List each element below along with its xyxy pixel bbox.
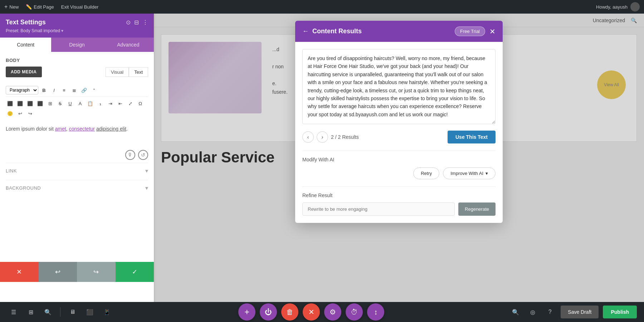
layers-icon[interactable]: ◎ bbox=[526, 306, 539, 318]
emoji-button[interactable]: 🙂 bbox=[6, 109, 14, 118]
redo-button[interactable]: ↪ bbox=[26, 109, 34, 118]
tab-content[interactable]: Content bbox=[0, 38, 51, 52]
modify-actions: Retry Improve With AI ▾ bbox=[302, 167, 496, 179]
add-media-button[interactable]: ADD MEDIA bbox=[6, 67, 42, 77]
delete-button[interactable]: 🗑 bbox=[281, 303, 298, 321]
editor-content[interactable]: Lorem ipsum dolor sit amet, consectetur … bbox=[6, 120, 148, 148]
mobile-icon[interactable]: 📱 bbox=[101, 306, 113, 318]
align-right-button[interactable]: ⬛ bbox=[26, 99, 34, 108]
save-action-button[interactable]: ✓ bbox=[116, 262, 154, 282]
avatar bbox=[630, 2, 640, 11]
fullscreen-button[interactable]: ⤢ bbox=[126, 99, 135, 108]
modify-section: Modify With AI Retry Improve With AI ▾ bbox=[302, 151, 496, 179]
sidebar-preset: Preset: Body Small imported ▾ bbox=[6, 28, 148, 33]
align-left-button[interactable]: ⬛ bbox=[6, 99, 14, 108]
add-module-button[interactable]: + bbox=[238, 303, 255, 321]
undo-action-button[interactable]: ↩ bbox=[39, 262, 77, 282]
ul-button[interactable]: ≡ bbox=[60, 86, 68, 94]
redo-action-button[interactable]: ↪ bbox=[77, 262, 116, 282]
quote-button[interactable]: " bbox=[90, 86, 98, 94]
modal-overlay: ← Content Results Free Trial ✕ Are you t… bbox=[154, 14, 644, 302]
save-draft-button[interactable]: Save Draft bbox=[561, 306, 599, 318]
improve-button[interactable]: Improve With AI ▾ bbox=[443, 167, 496, 179]
indent-button[interactable]: ⇥ bbox=[106, 99, 114, 108]
color-button[interactable]: A bbox=[76, 99, 84, 108]
target-icon[interactable]: ⊙ bbox=[126, 19, 131, 26]
result-textarea[interactable]: Are you tired of disappointing haircuts?… bbox=[302, 49, 496, 124]
refine-input[interactable] bbox=[302, 203, 455, 216]
divider-1 bbox=[60, 307, 60, 317]
ol-button[interactable]: ≣ bbox=[70, 86, 78, 94]
underline-button[interactable]: U bbox=[66, 99, 74, 108]
results-count: 2 / 2 Results bbox=[331, 134, 359, 140]
link-button[interactable]: 🔗 bbox=[80, 86, 88, 94]
sidebar-tabs: Content Design Advanced bbox=[0, 38, 154, 52]
table-button[interactable]: ⊞ bbox=[46, 99, 54, 108]
right-controls: 🔍 ◎ ? Save Draft Publish bbox=[509, 306, 637, 318]
new-button[interactable]: + New bbox=[4, 4, 19, 10]
modal-header-right: Free Trial ✕ bbox=[455, 26, 496, 36]
free-trial-badge[interactable]: Free Trial bbox=[455, 26, 485, 36]
wireframe-icon[interactable]: ⊞ bbox=[24, 306, 37, 318]
prev-result-button[interactable]: ‹ bbox=[302, 131, 314, 143]
tab-design[interactable]: Design bbox=[51, 38, 102, 52]
back-arrow-icon[interactable]: ← bbox=[302, 28, 309, 35]
sidebar-header: Text Settings ⊙ ⊟ ⋮ Preset: Body Small i… bbox=[0, 14, 154, 38]
outdent-button[interactable]: ⇤ bbox=[116, 99, 125, 108]
italic-button[interactable]: I bbox=[50, 86, 58, 94]
modify-label: Modify With AI bbox=[302, 157, 496, 162]
search-bottom-icon[interactable]: 🔍 bbox=[42, 306, 54, 318]
align-center-button[interactable]: ⬛ bbox=[16, 99, 24, 108]
stats-button[interactable]: ↕ bbox=[367, 303, 384, 321]
toolbar-row-1: Paragraph B I ≡ ≣ 🔗 " bbox=[6, 84, 148, 97]
text-tab[interactable]: Text bbox=[129, 67, 148, 77]
search-right-icon[interactable]: 🔍 bbox=[509, 306, 522, 318]
tab-advanced[interactable]: Advanced bbox=[103, 38, 154, 52]
tablet-icon[interactable]: ⬛ bbox=[83, 306, 96, 318]
link-chevron-icon[interactable]: ▾ bbox=[145, 167, 148, 174]
link-label: Link bbox=[6, 168, 17, 174]
publish-button[interactable]: Publish bbox=[603, 306, 637, 318]
bottom-action-bar: ✕ ↩ ↪ ✓ bbox=[0, 262, 154, 282]
undo-button[interactable]: ↩ bbox=[16, 109, 24, 118]
paragraph-select[interactable]: Paragraph bbox=[6, 86, 38, 94]
background-chevron-icon[interactable]: ▾ bbox=[145, 185, 148, 191]
link-section: Link ▾ bbox=[6, 163, 148, 177]
toolbar-row-2: ⬛ ⬛ ⬛ ⬛ ⊞ S̶ U A 📋 ₁ ⇥ ⇤ ⤢ Ω 🙂 ↩ ↪ bbox=[6, 97, 148, 120]
ai-icons: 🎙 ↺ bbox=[6, 150, 148, 160]
content-results-modal: ← Content Results Free Trial ✕ Are you t… bbox=[295, 21, 503, 223]
more-icon[interactable]: ⋮ bbox=[142, 19, 148, 26]
cancel-action-button[interactable]: ✕ bbox=[0, 262, 39, 282]
ai-generate-icon[interactable]: ↺ bbox=[138, 150, 148, 160]
paste-button[interactable]: 📋 bbox=[86, 99, 94, 108]
use-text-button[interactable]: Use This Text bbox=[448, 131, 496, 143]
background-section: Background ▾ bbox=[6, 180, 148, 194]
body-section-label: Body bbox=[6, 58, 148, 63]
gear-button[interactable]: ⚙ bbox=[324, 303, 341, 321]
special-char-button[interactable]: Ω bbox=[136, 99, 145, 108]
retry-button[interactable]: Retry bbox=[413, 167, 439, 179]
settings-icon[interactable]: ☰ bbox=[7, 306, 20, 318]
help-icon[interactable]: ? bbox=[543, 306, 556, 318]
sidebar-title: Text Settings bbox=[6, 19, 46, 26]
visual-tab[interactable]: Visual bbox=[106, 67, 129, 77]
exit-builder-button[interactable]: Exit Visual Builder bbox=[61, 4, 99, 10]
align-justify-button[interactable]: ⬛ bbox=[36, 99, 44, 108]
power-button[interactable]: ⏻ bbox=[260, 303, 277, 321]
bold-button[interactable]: B bbox=[40, 86, 48, 94]
next-result-button[interactable]: › bbox=[317, 131, 328, 143]
editor-tabs: Visual Text bbox=[106, 67, 148, 77]
microphone-icon[interactable]: 🎙 bbox=[125, 150, 135, 160]
history-button[interactable]: ⏱ bbox=[346, 303, 363, 321]
refine-label: Refine Result bbox=[302, 192, 496, 198]
desktop-icon[interactable]: 🖥 bbox=[66, 306, 79, 318]
close-button[interactable]: ✕ bbox=[303, 303, 320, 321]
regenerate-button[interactable]: Regenerate bbox=[458, 203, 496, 216]
edit-page-button[interactable]: ✏️ Edit Page bbox=[26, 4, 54, 10]
close-icon[interactable]: ✕ bbox=[489, 28, 496, 35]
main-content: Uncategorized 🔍 ...d r non bbox=[154, 14, 644, 302]
refine-section: Refine Result Regenerate bbox=[302, 186, 496, 216]
columns-icon[interactable]: ⊟ bbox=[134, 19, 139, 26]
subscript-button[interactable]: ₁ bbox=[96, 99, 104, 108]
strikethrough-button[interactable]: S̶ bbox=[56, 99, 64, 108]
